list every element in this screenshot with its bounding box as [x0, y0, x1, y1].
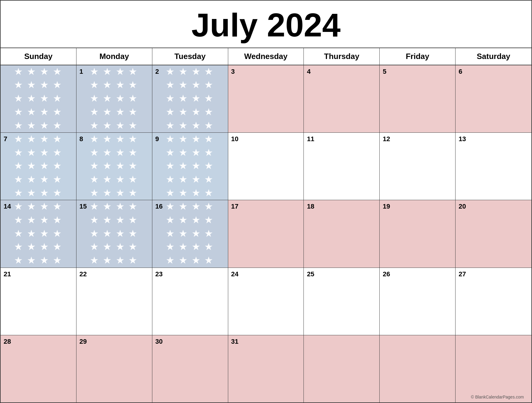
day-number: 13	[459, 135, 466, 143]
day-number: 4	[307, 68, 310, 75]
day-cell-14: 14	[1, 200, 76, 267]
day-cell-11: 11	[304, 133, 380, 200]
day-cell-16: 16	[152, 200, 228, 267]
header-thursday: Thursday	[304, 48, 380, 65]
days-header: Sunday Monday Tuesday Wednesday Thursday…	[1, 48, 531, 65]
week-row-5: 28 29 30 31	[1, 335, 531, 402]
day-number: 23	[155, 270, 163, 278]
calendar-title: July 2024	[1, 7, 531, 43]
day-number: 6	[459, 68, 462, 75]
week-row-4: 21 22 23 24 25 26 27	[1, 268, 531, 335]
day-number: 16	[155, 203, 163, 210]
day-number: 20	[459, 203, 466, 210]
day-cell-3: 3	[228, 65, 304, 132]
day-cell-13: 13	[456, 133, 531, 200]
day-number: 29	[79, 338, 87, 345]
day-cell-empty-4	[456, 335, 531, 402]
day-number: 9	[155, 135, 159, 143]
day-cell-31: 31	[228, 335, 304, 402]
day-number: 15	[79, 203, 87, 210]
calendar-container: July 2024 Sunday Monday Tuesday Wednesda…	[0, 0, 532, 403]
day-cell-20: 20	[456, 200, 531, 267]
day-cell-empty-2	[304, 335, 380, 402]
day-cell-7: 7	[1, 133, 76, 200]
day-number: 25	[307, 270, 314, 278]
day-cell-12: 12	[380, 133, 456, 200]
calendar-header: July 2024	[1, 1, 531, 48]
day-number: 24	[231, 270, 238, 278]
day-cell-2: 2	[152, 65, 228, 132]
day-number: 2	[155, 68, 159, 75]
day-number: 5	[383, 68, 386, 75]
day-cell-17: 17	[228, 200, 304, 267]
day-number: 12	[383, 135, 390, 143]
day-cell-15: 15	[76, 200, 152, 267]
day-cell-24: 24	[228, 268, 304, 335]
header-sunday: Sunday	[1, 48, 76, 65]
header-saturday: Saturday	[456, 48, 531, 65]
header-wednesday: Wednesday	[228, 48, 304, 65]
week-row-3: 14 15 16 17 18 19 20	[1, 200, 531, 268]
header-friday: Friday	[380, 48, 456, 65]
day-cell-10: 10	[228, 133, 304, 200]
weeks-container: 1 2 3 4 5 6	[1, 65, 531, 402]
day-cell-5: 5	[380, 65, 456, 132]
day-number: 11	[307, 135, 314, 143]
day-cell-8: 8	[76, 133, 152, 200]
day-cell-6: 6	[456, 65, 531, 132]
header-monday: Monday	[76, 48, 152, 65]
day-cell-25: 25	[304, 268, 380, 335]
week-row-2: 7 8 9 10 11 12 13	[1, 133, 531, 200]
week-row-1: 1 2 3 4 5 6	[1, 65, 531, 133]
copyright-text: © BlankCalendarPages.com	[466, 393, 528, 401]
day-number: 30	[155, 338, 163, 345]
day-number: 26	[383, 270, 390, 278]
day-cell-28: 28	[1, 335, 76, 402]
day-number: 21	[4, 270, 11, 278]
day-cell-empty-1	[1, 65, 76, 132]
day-cell-22: 22	[76, 268, 152, 335]
header-tuesday: Tuesday	[152, 48, 228, 65]
day-number: 10	[231, 135, 238, 143]
day-number: 1	[79, 68, 83, 75]
day-cell-4: 4	[304, 65, 380, 132]
day-cell-9: 9	[152, 133, 228, 200]
day-cell-27: 27	[456, 268, 531, 335]
day-number: 18	[307, 203, 314, 210]
day-cell-21: 21	[1, 268, 76, 335]
day-cell-1: 1	[76, 65, 152, 132]
day-number: 22	[79, 270, 87, 278]
day-number: 19	[383, 203, 390, 210]
day-cell-30: 30	[152, 335, 228, 402]
day-number: 8	[79, 135, 83, 143]
day-cell-26: 26	[380, 268, 456, 335]
day-number: 7	[4, 135, 7, 143]
day-cell-18: 18	[304, 200, 380, 267]
day-number: 28	[4, 338, 11, 345]
day-cell-29: 29	[76, 335, 152, 402]
day-number: 31	[231, 338, 238, 345]
day-number: 3	[231, 68, 235, 75]
calendar-grid: Sunday Monday Tuesday Wednesday Thursday…	[1, 48, 531, 402]
day-cell-empty-3	[380, 335, 456, 402]
day-cell-23: 23	[152, 268, 228, 335]
day-cell-19: 19	[380, 200, 456, 267]
day-number: 27	[459, 270, 466, 278]
day-number: 14	[4, 203, 11, 210]
day-number: 17	[231, 203, 238, 210]
